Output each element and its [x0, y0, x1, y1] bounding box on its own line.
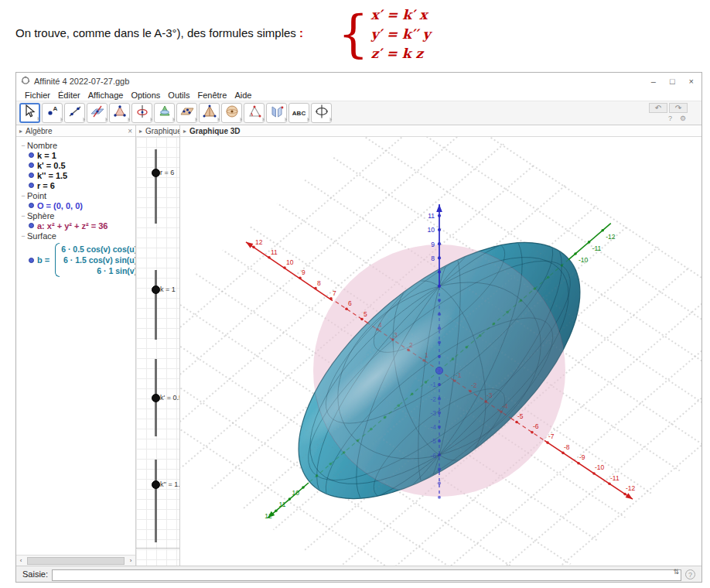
- slider-label-r: r = 6: [160, 169, 174, 176]
- circle-axis-tool-button[interactable]: [131, 103, 152, 123]
- rotate-view-tool-button[interactable]: [311, 103, 332, 123]
- origin-point-O[interactable]: [435, 367, 442, 374]
- slider-handle-kdoubleprime[interactable]: [152, 480, 160, 489]
- slider-handle-r[interactable]: [152, 169, 160, 177]
- menubar: Fichier Éditer Affichage Options Outils …: [16, 89, 701, 101]
- svg-text:3: 3: [394, 331, 398, 339]
- plane-line-icon: [90, 104, 105, 122]
- menu-fichier[interactable]: Fichier: [21, 91, 54, 100]
- item-text: k'' = 1.5: [37, 171, 67, 180]
- close-button[interactable]: ×: [689, 77, 694, 86]
- section-surface[interactable]: −Surface: [19, 231, 135, 241]
- scroll-thumb[interactable]: [27, 557, 125, 565]
- menu-aide[interactable]: Aide: [230, 91, 255, 100]
- slider-track-kdoubleprime: [155, 460, 157, 542]
- svg-text:5: 5: [364, 310, 367, 318]
- menu-fenetre[interactable]: Fenêtre: [193, 91, 230, 100]
- graphique3d-header-title: Graphique 3D: [189, 127, 241, 135]
- item-text: r = 6: [37, 181, 55, 190]
- slider-track-k: [155, 270, 157, 340]
- plane-through-points-tool-button[interactable]: [176, 103, 197, 123]
- graphique-header-caret[interactable]: ▸: [139, 128, 142, 135]
- menu-options[interactable]: Options: [127, 91, 164, 100]
- section-sphere[interactable]: −Sphère: [19, 210, 135, 220]
- slider-track-r: [155, 149, 157, 224]
- pyramid-icon: [202, 104, 217, 122]
- redo-button[interactable]: ↷: [669, 103, 688, 113]
- sphere-tool-button[interactable]: [221, 103, 242, 123]
- algebra-close-icon[interactable]: ×: [128, 127, 132, 135]
- visibility-marble[interactable]: [29, 152, 34, 158]
- surface-equals: =: [45, 255, 49, 265]
- visibility-marble[interactable]: [29, 203, 34, 208]
- saisie-input[interactable]: [52, 569, 681, 581]
- item-point-O[interactable]: O = (0, 0, 0): [19, 200, 135, 210]
- input-spinner-icon[interactable]: ⇅: [673, 568, 679, 576]
- scroll-left-icon[interactable]: ‹: [16, 557, 26, 564]
- item-r[interactable]: r = 6: [19, 180, 135, 190]
- equation-y: y′ = k′′ y: [370, 25, 430, 44]
- graphique3d-header-caret[interactable]: ▸: [183, 128, 186, 135]
- item-k-doubleprime[interactable]: k'' = 1.5: [19, 170, 135, 180]
- perpendicular-plane-tool-button[interactable]: [87, 103, 108, 123]
- input-help-icon[interactable]: ?: [685, 569, 695, 579]
- section-nombre[interactable]: −Nombre: [19, 140, 135, 150]
- visibility-marble[interactable]: [29, 173, 34, 178]
- svg-text:-6: -6: [430, 452, 436, 460]
- slider-handle-k[interactable]: [152, 285, 160, 294]
- 3d-viewport[interactable]: 1 2 3 4 5 6 7 8 9 10 11 12 -1: [180, 137, 701, 566]
- svg-text:-2: -2: [471, 381, 477, 389]
- slider-label-k: k = 1: [160, 285, 176, 293]
- item-k[interactable]: k = 1: [19, 150, 135, 160]
- help-icon[interactable]: ?: [668, 115, 672, 122]
- algebra-header-caret[interactable]: ▸: [19, 128, 22, 135]
- graphique-panel: ▸ Graphique r = 6 k = 1 k' = 0.5 k'' = 1…: [136, 125, 180, 566]
- menu-outils[interactable]: Outils: [164, 91, 193, 100]
- algebra-header-title: Algèbre: [26, 127, 52, 135]
- brace-glyph: {: [338, 2, 368, 67]
- svg-text:12: 12: [255, 238, 263, 246]
- slider-canvas[interactable]: r = 6 k = 1 k' = 0.5 k'' = 1.5: [136, 137, 179, 566]
- svg-text:-1: -1: [456, 371, 462, 379]
- reflect-tool-button[interactable]: [266, 103, 287, 123]
- svg-text:11: 11: [279, 501, 286, 508]
- section-point[interactable]: −Point: [19, 190, 135, 200]
- visibility-marble[interactable]: [29, 258, 34, 263]
- visibility-marble[interactable]: [29, 223, 34, 228]
- item-k-prime[interactable]: k' = 0.5: [19, 160, 135, 170]
- collapse-icon[interactable]: −: [19, 212, 27, 220]
- svg-text:11: 11: [271, 248, 278, 256]
- text-tool-button[interactable]: ABC: [288, 103, 309, 123]
- move-tool-button[interactable]: [19, 103, 40, 123]
- maximize-button[interactable]: □: [670, 77, 675, 86]
- intersect-surfaces-tool-button[interactable]: [154, 103, 175, 123]
- algebra-horizontal-scrollbar[interactable]: ‹ ›: [16, 555, 135, 566]
- slider-handle-kprime[interactable]: [152, 394, 160, 402]
- settings-gear-icon[interactable]: ⚙: [680, 115, 686, 122]
- angle-tool-button[interactable]: [244, 103, 265, 123]
- pyramid-tool-button[interactable]: [199, 103, 220, 123]
- line-tool-button[interactable]: [64, 103, 85, 123]
- svg-text:-12: -12: [606, 233, 616, 241]
- graphique-header-title: Graphique: [145, 127, 180, 135]
- menu-affichage[interactable]: Affichage: [84, 91, 128, 100]
- point-tool-button[interactable]: A: [42, 103, 63, 123]
- angle-icon: [247, 104, 262, 122]
- item-sphere-a[interactable]: a: x² + y² + z² = 36: [19, 220, 135, 231]
- item-surface-b[interactable]: b = 6 · 0.5 cos(v) cos(u) 6 · 1.5 cos(v)…: [19, 243, 135, 277]
- collapse-icon[interactable]: −: [19, 142, 27, 149]
- svg-text:A: A: [53, 105, 57, 112]
- section-label: Nombre: [27, 141, 57, 150]
- menu-editer[interactable]: Éditer: [54, 91, 84, 100]
- polygon-tool-button[interactable]: [109, 103, 130, 123]
- graphique3d-panel: ▸ Graphique 3D: [180, 125, 701, 566]
- toolbar: A ABC ↶ ↷ ? ⚙: [16, 101, 701, 125]
- collapse-icon[interactable]: −: [19, 192, 27, 200]
- minimize-button[interactable]: –: [651, 77, 656, 86]
- plane-points-icon: [179, 104, 195, 122]
- visibility-marble[interactable]: [29, 183, 34, 188]
- visibility-marble[interactable]: [29, 162, 34, 168]
- scroll-right-icon[interactable]: ›: [126, 557, 135, 564]
- collapse-icon[interactable]: −: [19, 232, 27, 240]
- undo-button[interactable]: ↶: [649, 103, 667, 113]
